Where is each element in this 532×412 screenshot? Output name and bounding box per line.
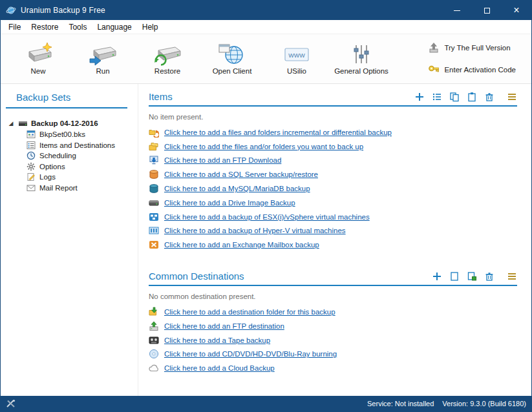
sql-server-icon bbox=[149, 169, 159, 180]
optical-disc-icon bbox=[149, 349, 159, 359]
copy-button[interactable] bbox=[449, 92, 460, 102]
expand-arrow-icon[interactable]: ◢ bbox=[7, 120, 15, 127]
tree-item-label: Logs bbox=[39, 173, 56, 181]
link-drive-image[interactable]: Click here to add a Drive Image Backup bbox=[149, 196, 517, 210]
bks-file-icon bbox=[27, 130, 36, 139]
tree-item-label: Mail Report bbox=[39, 184, 78, 192]
restore-button-label: Restore bbox=[154, 67, 180, 75]
items-destinations-icon bbox=[27, 141, 36, 150]
maximize-button[interactable] bbox=[472, 1, 502, 20]
list-view-button[interactable] bbox=[432, 92, 442, 102]
tree-item-bkpset-file[interactable]: BkpSet00.bks bbox=[27, 129, 127, 140]
link-hyper-v[interactable]: Click here to add a backup of Hyper-V vi… bbox=[149, 224, 517, 238]
cloud-backup-icon bbox=[149, 363, 159, 373]
mysql-icon bbox=[149, 183, 159, 194]
panel-menu-button[interactable] bbox=[507, 271, 517, 282]
tools-icon bbox=[6, 399, 16, 408]
tree-item-items-destinations[interactable]: Items and Destinations bbox=[27, 140, 127, 151]
upgrade-icon bbox=[428, 42, 440, 54]
mail-report-icon bbox=[27, 183, 36, 192]
try-full-version-link[interactable]: Try The Full Version bbox=[428, 42, 510, 54]
add-item-button[interactable] bbox=[414, 92, 425, 102]
tree-item-label: Items and Destinations bbox=[39, 141, 115, 149]
main-area: Items No item present. Click here to add… bbox=[138, 84, 531, 396]
titlebar: Uranium Backup 9 Free × bbox=[1, 1, 531, 20]
delete-button[interactable] bbox=[484, 271, 495, 282]
main-toolbar: New Run Restore Open Client WWW USilio bbox=[1, 34, 531, 84]
tree-item-label: BkpSet00.bks bbox=[39, 130, 85, 138]
try-full-version-label: Try The Full Version bbox=[444, 44, 510, 52]
ftp-destination-icon bbox=[149, 321, 159, 331]
link-ftp-destination[interactable]: Click here to add an FTP destination bbox=[149, 319, 517, 333]
general-options-button-label: General Options bbox=[334, 67, 388, 75]
ftp-download-icon bbox=[149, 155, 159, 165]
general-options-button[interactable]: General Options bbox=[329, 37, 394, 81]
backup-sets-sidebar: Backup Sets ◢ Backup 04-12-2016 BkpSet00… bbox=[1, 84, 138, 396]
tree-item-mail-report[interactable]: Mail Report bbox=[27, 183, 127, 194]
items-panel-header: Items bbox=[149, 91, 517, 107]
link-exchange[interactable]: Click here to add an Exchange Mailbox ba… bbox=[149, 238, 517, 252]
tree-item-label: Scheduling bbox=[39, 152, 76, 160]
new-button[interactable]: New bbox=[6, 37, 70, 81]
svg-text:WWW: WWW bbox=[288, 52, 305, 59]
link-cloud-backup[interactable]: Click here to add a Cloud Backup bbox=[149, 361, 517, 375]
destinations-empty-text: No common destination present. bbox=[149, 293, 517, 300]
link-tape-backup[interactable]: Click here to add a Tape backup bbox=[149, 333, 517, 347]
menu-item-restore[interactable]: Restore bbox=[26, 21, 63, 34]
tree-item-options[interactable]: Options bbox=[27, 161, 127, 172]
backup-set-icon bbox=[18, 119, 28, 128]
panel-menu-button[interactable] bbox=[507, 92, 517, 102]
tree-item-label: Backup 04-12-2016 bbox=[31, 119, 98, 127]
menu-item-help[interactable]: Help bbox=[137, 21, 164, 34]
link-files-folders[interactable]: Click here to add the files and/or folde… bbox=[149, 139, 517, 154]
tree-item-backup-set[interactable]: ◢ Backup 04-12-2016 bbox=[7, 118, 127, 129]
tree-item-scheduling[interactable]: Scheduling bbox=[27, 150, 127, 161]
enter-activation-link[interactable]: Enter Activation Code bbox=[428, 64, 516, 76]
tape-backup-icon bbox=[149, 335, 159, 345]
uranium-logo-icon bbox=[6, 5, 16, 15]
copy-button[interactable] bbox=[449, 271, 460, 282]
add-destination-button[interactable] bbox=[432, 271, 442, 282]
link-cd-dvd-burning[interactable]: Click here to add CD/DVD/HD-DVD/Blu-Ray … bbox=[149, 347, 517, 362]
open-client-button[interactable]: Open Client bbox=[200, 37, 264, 81]
close-button[interactable]: × bbox=[502, 1, 531, 20]
restore-drive-icon bbox=[153, 43, 182, 66]
menu-item-language[interactable]: Language bbox=[92, 21, 136, 34]
items-empty-text: No item present. bbox=[149, 113, 517, 121]
link-destination-folder[interactable]: Click here to add a destination folder f… bbox=[149, 305, 517, 319]
menu-item-tools[interactable]: Tools bbox=[63, 21, 92, 34]
paste-button[interactable] bbox=[467, 92, 477, 102]
tree-item-logs[interactable]: Logs bbox=[27, 172, 127, 183]
usilio-button-label: USilio bbox=[287, 67, 306, 75]
link-mysql[interactable]: Click here to add a MySQL/MariaDB backup bbox=[149, 181, 517, 196]
open-client-icon bbox=[218, 43, 246, 66]
window-title: Uranium Backup 9 Free bbox=[21, 6, 105, 15]
logs-pencil-icon bbox=[27, 172, 36, 181]
run-button[interactable]: Run bbox=[70, 37, 135, 81]
incremental-backup-icon bbox=[149, 127, 159, 138]
usilio-button[interactable]: WWW USilio bbox=[264, 37, 329, 81]
delete-button[interactable] bbox=[484, 92, 495, 102]
destinations-panel-header: Common Destinations bbox=[149, 271, 517, 286]
restore-button[interactable]: Restore bbox=[135, 37, 200, 81]
link-incremental-backup[interactable]: Click here to add a files and folders in… bbox=[149, 125, 517, 139]
link-sql-server[interactable]: Click here to add a SQL Server backup/re… bbox=[149, 167, 517, 181]
scheduling-icon bbox=[27, 151, 36, 160]
usilio-icon: WWW bbox=[282, 43, 311, 66]
items-title: Items bbox=[149, 91, 173, 102]
statusbar: Service: Not installed Version: 9.3.0 (B… bbox=[1, 396, 531, 411]
esxi-vsphere-icon bbox=[149, 212, 159, 222]
destinations-title: Common Destinations bbox=[149, 271, 244, 282]
key-icon bbox=[428, 64, 440, 76]
link-esxi-vsphere[interactable]: Click here to add a backup of ESX(i)/vSp… bbox=[149, 210, 517, 224]
new-button-label: New bbox=[30, 67, 45, 75]
menu-item-file[interactable]: File bbox=[3, 21, 26, 34]
minimize-button[interactable] bbox=[442, 1, 472, 20]
link-ftp-download[interactable]: Click here to add an FTP Download bbox=[149, 154, 517, 168]
general-options-icon bbox=[347, 43, 376, 66]
service-status: Service: Not installed bbox=[367, 400, 434, 407]
paste-button[interactable] bbox=[467, 271, 477, 282]
open-client-button-label: Open Client bbox=[213, 67, 252, 75]
destination-folder-icon bbox=[149, 307, 159, 317]
run-button-label: Run bbox=[96, 67, 109, 75]
